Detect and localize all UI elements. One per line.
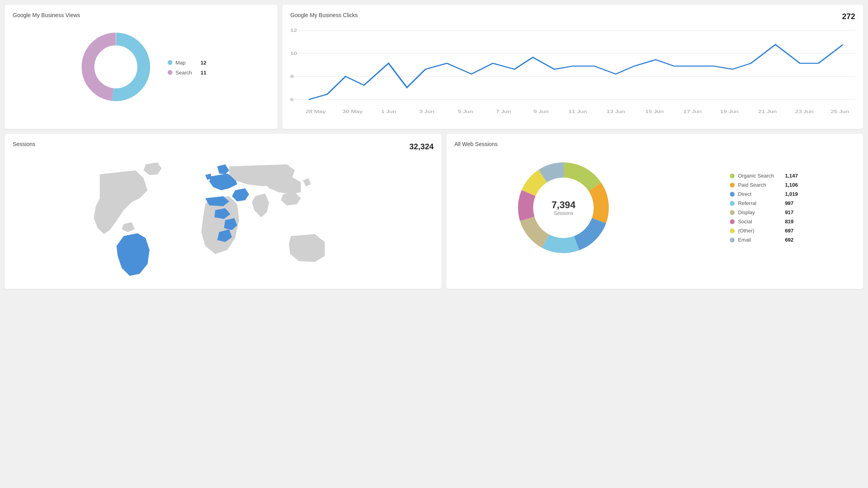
legend-label: Social [738, 219, 782, 224]
gmb-clicks-total: 272 [842, 12, 855, 21]
svg-text:1 Jun: 1 Jun [381, 109, 396, 114]
top-row: Google My Business Views [5, 5, 863, 129]
svg-text:9 Jun: 9 Jun [534, 109, 549, 114]
gmb-views-donut [76, 27, 156, 108]
map-value: 12 [201, 60, 206, 66]
gmb-clicks-card: Google My Business Clicks 272 12 10 8 6 [282, 5, 863, 129]
gmb-clicks-header: Google My Business Clicks 272 [290, 12, 855, 23]
web-sessions-legend: Organic Search 1,147 Paid Search 1,106 D… [730, 173, 798, 243]
svg-text:30 May: 30 May [342, 109, 363, 114]
web-legend-item: Display 917 [730, 209, 798, 215]
sessions-value: 32,324 [409, 142, 434, 151]
web-sessions-card: All Web Sessions [446, 134, 863, 289]
svg-text:28 May: 28 May [306, 109, 326, 114]
donut-center: 7,394 Sessions [551, 199, 575, 216]
search-label: Search [176, 70, 197, 76]
svg-text:19 Jun: 19 Jun [720, 109, 739, 114]
gmb-views-title: Google My Business Views [13, 12, 270, 18]
search-dot [168, 70, 172, 75]
web-sessions-body: 7,394 Sessions Organic Search 1,147 Paid… [454, 152, 855, 264]
legend-label: Direct [738, 191, 782, 197]
legend-color-dot [730, 228, 735, 233]
map-dot [168, 60, 172, 65]
web-legend-item: Social 819 [730, 219, 798, 224]
sessions-card: Sessions 32,324 .land { fill: #d0d0d0; }… [5, 134, 442, 289]
legend-color-dot [730, 219, 735, 224]
legend-color-dot [730, 183, 735, 187]
web-legend-item: Organic Search 1,147 [730, 173, 798, 179]
donut-center-label: Sessions [551, 211, 575, 216]
legend-label: Paid Search [738, 182, 782, 188]
svg-text:3 Jun: 3 Jun [419, 109, 434, 114]
legend-map: Map 12 [168, 60, 206, 66]
legend-value: 917 [785, 209, 794, 215]
legend-value: 1,147 [785, 173, 798, 179]
legend-value: 1,106 [785, 182, 798, 188]
gmb-views-card: Google My Business Views [5, 5, 278, 129]
legend-color-dot [730, 174, 735, 178]
svg-text:13 Jun: 13 Jun [606, 109, 625, 114]
web-legend-item: Referral 997 [730, 200, 798, 206]
map-label: Map [176, 60, 197, 66]
web-legend-item: Direct 1,019 [730, 191, 798, 197]
web-sessions-title: All Web Sessions [454, 141, 855, 147]
web-legend-item: (Other) 697 [730, 228, 798, 234]
svg-text:8: 8 [290, 74, 294, 79]
gmb-clicks-chart: 12 10 8 6 28 May 30 May 1 Jun 3 Jun 5 Ju… [290, 26, 855, 122]
svg-text:10: 10 [290, 51, 297, 56]
bottom-row: Sessions 32,324 .land { fill: #d0d0d0; }… [5, 134, 863, 289]
legend-color-dot [730, 201, 735, 206]
sessions-header: Sessions 32,324 [13, 141, 434, 152]
gmb-clicks-title: Google My Business Clicks [290, 12, 358, 18]
sessions-title: Sessions [13, 141, 35, 147]
svg-text:5 Jun: 5 Jun [458, 109, 473, 114]
web-sessions-donut: 7,394 Sessions [512, 156, 615, 260]
legend-label: Organic Search [738, 173, 782, 179]
legend-label: (Other) [738, 228, 782, 234]
svg-text:21 Jun: 21 Jun [758, 109, 776, 114]
dashboard: Google My Business Views [5, 5, 863, 289]
legend-label: Display [738, 209, 782, 215]
donut-center-value: 7,394 [551, 199, 575, 211]
world-map: .land { fill: #d0d0d0; } .active { fill:… [13, 158, 434, 282]
legend-value: 697 [785, 228, 794, 234]
svg-text:25 Jun: 25 Jun [831, 109, 849, 114]
gmb-views-chart-container: Map 12 Search 11 [13, 23, 270, 112]
legend-value: 819 [785, 219, 794, 224]
svg-text:11 Jun: 11 Jun [569, 109, 587, 114]
legend-color-dot [730, 210, 735, 215]
svg-text:15 Jun: 15 Jun [645, 109, 664, 114]
web-legend-item: Paid Search 1,106 [730, 182, 798, 188]
svg-text:23 Jun: 23 Jun [795, 109, 813, 114]
legend-value: 692 [785, 237, 794, 243]
legend-value: 997 [785, 200, 794, 206]
legend-label: Referral [738, 200, 782, 206]
web-legend-item: Email 692 [730, 237, 798, 243]
svg-text:17 Jun: 17 Jun [683, 109, 702, 114]
search-value: 11 [201, 70, 206, 76]
legend-label: Email [738, 237, 782, 243]
svg-text:6: 6 [290, 98, 294, 102]
legend-value: 1,019 [785, 191, 798, 197]
svg-text:7 Jun: 7 Jun [496, 109, 511, 114]
gmb-views-legend: Map 12 Search 11 [168, 60, 206, 76]
svg-text:12: 12 [290, 28, 297, 33]
legend-color-dot [730, 238, 735, 242]
legend-search: Search 11 [168, 70, 206, 76]
legend-color-dot [730, 192, 735, 197]
